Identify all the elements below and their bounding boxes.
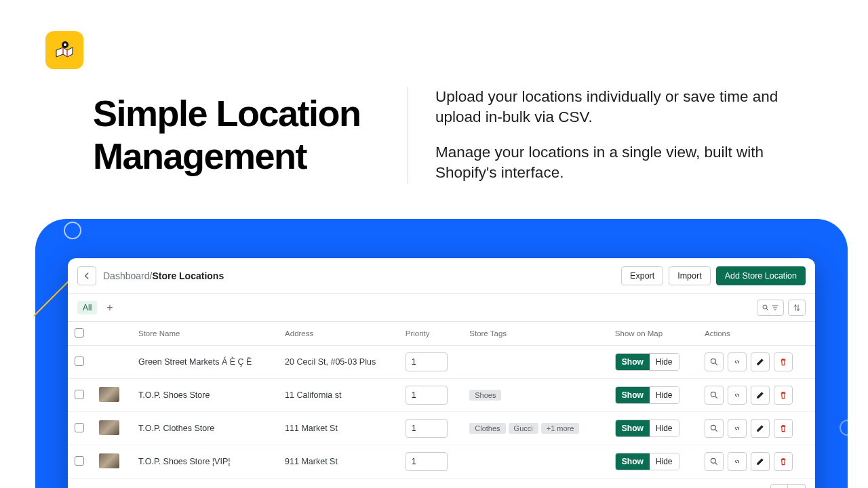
add-view-button[interactable]: + (102, 300, 117, 315)
priority-input[interactable] (406, 452, 448, 471)
hide-option[interactable]: Hide (650, 354, 679, 370)
show-option[interactable]: Show (616, 387, 650, 403)
row-checkbox[interactable] (75, 456, 84, 466)
sort-icon (793, 304, 801, 312)
pencil-icon (755, 357, 765, 367)
page-title: Simple Location Management (93, 92, 364, 178)
table-footer: Showing 1 to 4 of 4 entries (68, 479, 815, 488)
arrow-left-icon (82, 271, 92, 281)
search-icon (709, 390, 719, 400)
store-name-cell: Green Street Markets Á È Ç Ë (132, 346, 278, 379)
view-button[interactable] (705, 452, 724, 471)
priority-input[interactable] (406, 386, 448, 405)
delete-button[interactable] (774, 419, 793, 438)
search-icon (762, 304, 770, 312)
store-thumbnail (99, 453, 119, 468)
visibility-toggle[interactable]: ShowHide (615, 386, 679, 404)
hide-option[interactable]: Hide (650, 387, 679, 403)
app-logo-badge (45, 31, 83, 69)
link-button[interactable] (728, 452, 747, 471)
filter-tab-all[interactable]: All (77, 301, 97, 314)
tag[interactable]: Shoes (469, 390, 501, 401)
view-button[interactable] (705, 419, 724, 438)
export-button[interactable]: Export (621, 266, 663, 285)
hero-paragraph-1: Upload your locations individually or sa… (435, 87, 805, 127)
address-cell: 111 Market St (278, 412, 399, 445)
show-option[interactable]: Show (616, 420, 650, 436)
table-row: Green Street Markets Á È Ç Ë20 Cecil St,… (68, 346, 815, 379)
link-button[interactable] (728, 419, 747, 438)
trash-icon (778, 357, 788, 367)
table-row: T.O.P. Shoes Store11 California stShoesS… (68, 379, 815, 412)
link-button[interactable] (728, 352, 747, 371)
table-row: T.O.P. Shoes Store ¦VIP¦911 Market StSho… (68, 445, 815, 479)
sort-button[interactable] (788, 300, 806, 316)
row-checkbox[interactable] (75, 357, 84, 366)
row-checkbox[interactable] (75, 390, 84, 399)
decorative-circle (840, 420, 856, 436)
link-icon (732, 390, 742, 400)
import-button[interactable]: Import (669, 266, 710, 285)
edit-button[interactable] (751, 452, 770, 471)
priority-input[interactable] (406, 419, 448, 438)
edit-button[interactable] (751, 386, 770, 405)
map-pin-icon (54, 39, 75, 61)
tag[interactable]: +1 more (541, 423, 580, 434)
app-window: Dashboard/Store Locations Export Import … (68, 258, 815, 488)
search-icon (709, 424, 719, 433)
col-show-on-map[interactable]: Show on Map (608, 322, 698, 346)
store-thumbnail (99, 420, 119, 435)
search-filter-button[interactable] (757, 300, 784, 316)
hide-option[interactable]: Hide (650, 453, 679, 470)
add-store-location-button[interactable]: Add Store Location (716, 266, 806, 285)
row-checkbox[interactable] (75, 423, 84, 432)
view-button[interactable] (705, 352, 724, 371)
visibility-toggle[interactable]: ShowHide (615, 420, 679, 437)
show-option[interactable]: Show (616, 354, 650, 370)
view-button[interactable] (705, 386, 724, 405)
breadcrumb-root[interactable]: Dashboard/ (103, 270, 152, 281)
decorative-circle (64, 222, 81, 239)
next-page-button[interactable] (788, 484, 806, 488)
app-header: Dashboard/Store Locations Export Import … (68, 258, 815, 294)
priority-input[interactable] (406, 352, 448, 371)
col-store-tags[interactable]: Store Tags (462, 322, 608, 346)
tags-cell (462, 346, 608, 379)
col-priority[interactable]: Priority (399, 322, 463, 346)
tag[interactable]: Clothes (469, 423, 505, 434)
visibility-toggle[interactable]: ShowHide (615, 353, 679, 371)
tags-cell: Shoes (462, 379, 608, 412)
prev-page-button[interactable] (770, 484, 788, 488)
visibility-toggle[interactable]: ShowHide (615, 453, 679, 470)
hide-option[interactable]: Hide (650, 420, 679, 436)
link-button[interactable] (728, 386, 747, 405)
delete-button[interactable] (774, 352, 793, 371)
link-icon (732, 424, 742, 433)
edit-button[interactable] (751, 352, 770, 371)
show-option[interactable]: Show (616, 453, 650, 470)
svg-point-5 (711, 425, 715, 430)
svg-point-3 (711, 359, 715, 363)
address-cell: 11 California st (278, 379, 399, 412)
delete-button[interactable] (774, 452, 793, 471)
hero: Simple Location Management Upload your l… (93, 87, 805, 184)
table-row: T.O.P. Clothes Store111 Market StClothes… (68, 412, 815, 445)
col-store-name[interactable]: Store Name (132, 322, 278, 346)
screenshot-frame: Dashboard/Store Locations Export Import … (35, 219, 848, 488)
svg-point-4 (711, 392, 715, 396)
edit-button[interactable] (751, 419, 770, 438)
address-cell: 911 Market St (278, 445, 399, 479)
delete-button[interactable] (774, 386, 793, 405)
link-icon (732, 357, 742, 367)
back-button[interactable] (77, 266, 96, 285)
col-address[interactable]: Address (278, 322, 399, 346)
locations-table: Store Name Address Priority Store Tags S… (68, 322, 815, 479)
tag[interactable]: Gucci (509, 423, 538, 434)
col-actions: Actions (698, 322, 815, 346)
svg-point-2 (763, 305, 767, 309)
hero-divider (408, 87, 408, 184)
store-name-cell: T.O.P. Shoes Store ¦VIP¦ (132, 445, 278, 479)
link-icon (732, 457, 742, 466)
select-all-checkbox[interactable] (75, 328, 84, 338)
address-cell: 20 Cecil St, #05-03 Plus (278, 346, 399, 379)
